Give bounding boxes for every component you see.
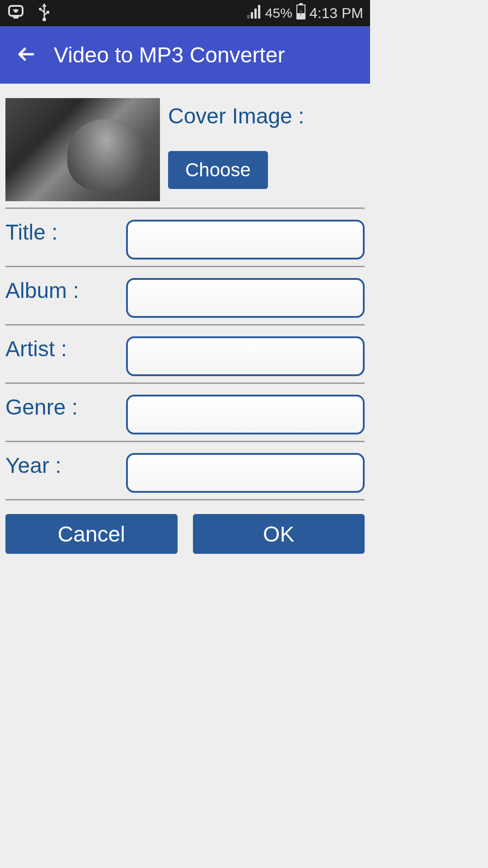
- svg-point-4: [42, 18, 46, 21]
- choose-button[interactable]: Choose: [168, 151, 268, 189]
- title-label: Title :: [5, 220, 126, 245]
- cover-right: Cover Image : Choose: [168, 98, 304, 189]
- cast-icon: [7, 3, 25, 23]
- album-input[interactable]: [126, 278, 365, 318]
- genre-input[interactable]: [126, 395, 365, 434]
- svg-rect-6: [47, 11, 49, 14]
- cover-image-label: Cover Image :: [168, 104, 304, 128]
- svg-point-1: [14, 9, 18, 13]
- app-title: Video to MP3 Converter: [54, 42, 285, 67]
- title-row: Title :: [5, 209, 365, 267]
- artist-input[interactable]: [126, 336, 365, 376]
- genre-label: Genre :: [5, 395, 126, 420]
- status-bar: 45% 4:13 PM: [0, 0, 370, 26]
- svg-rect-7: [247, 15, 249, 19]
- album-row: Album :: [5, 267, 365, 326]
- title-input[interactable]: [126, 220, 365, 259]
- svg-rect-2: [13, 16, 19, 19]
- ok-button[interactable]: OK: [193, 514, 365, 554]
- genre-row: Genre :: [5, 384, 365, 442]
- status-right: 45% 4:13 PM: [247, 3, 363, 23]
- svg-rect-10: [258, 5, 260, 19]
- content: Cover Image : Choose Title : Album : Art…: [0, 84, 370, 554]
- album-label: Album :: [5, 278, 126, 303]
- status-left: [7, 2, 51, 24]
- battery-charging-icon: [296, 3, 306, 23]
- back-arrow-icon[interactable]: [16, 44, 36, 66]
- cover-section: Cover Image : Choose: [5, 84, 365, 209]
- artist-label: Artist :: [5, 336, 126, 361]
- artist-row: Artist :: [5, 326, 365, 384]
- year-input[interactable]: [126, 453, 365, 493]
- usb-icon: [38, 2, 51, 24]
- year-row: Year :: [5, 442, 365, 500]
- signal-icon: [247, 4, 262, 22]
- svg-rect-9: [254, 9, 257, 19]
- cover-image-thumbnail[interactable]: [5, 98, 160, 201]
- cancel-button[interactable]: Cancel: [5, 514, 178, 554]
- action-buttons: Cancel OK: [5, 500, 365, 554]
- app-bar: Video to MP3 Converter: [0, 26, 370, 84]
- svg-point-5: [39, 8, 42, 10]
- year-label: Year :: [5, 453, 126, 478]
- svg-rect-8: [251, 12, 253, 19]
- battery-percent: 45%: [265, 5, 292, 21]
- clock-time: 4:13 PM: [310, 5, 363, 22]
